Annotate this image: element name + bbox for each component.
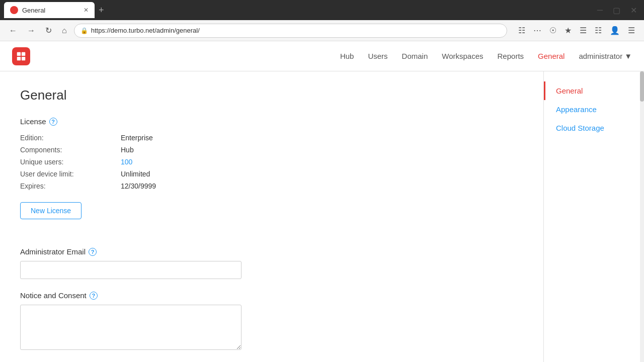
more-options-icon[interactable]: ⋯ bbox=[530, 24, 544, 37]
main-nav: Hub Users Domain Workspaces Reports Gene… bbox=[340, 52, 632, 60]
license-table: Edition: Enterprise Components: Hub Uniq… bbox=[20, 134, 523, 190]
license-row-expires: Expires: 12/30/9999 bbox=[20, 182, 523, 190]
refresh-button[interactable]: ↻ bbox=[42, 24, 55, 37]
bookmarks-list-icon[interactable]: ☰ bbox=[577, 24, 590, 37]
minimize-button[interactable]: ─ bbox=[594, 4, 606, 17]
settings-sidebar: General Appearance Cloud Storage bbox=[543, 71, 644, 362]
tab-title: General bbox=[22, 7, 45, 14]
close-window-button[interactable]: ✕ bbox=[627, 4, 640, 17]
shield-icon[interactable]: ☉ bbox=[546, 24, 559, 37]
browser-toolbar-icons: ☷ ⋯ ☉ ★ ☰ ☷ 👤 ☰ bbox=[515, 24, 638, 37]
license-row-unique-users: Unique users: 100 bbox=[20, 158, 523, 166]
svg-rect-3 bbox=[22, 56, 25, 60]
license-row-device-limit: User device limit: Unlimited bbox=[20, 170, 523, 178]
license-section-label: License ? bbox=[20, 117, 523, 126]
svg-rect-1 bbox=[22, 52, 25, 55]
browser-tab: General ✕ bbox=[4, 2, 95, 18]
main-content: General License ? Edition: Enterprise Co… bbox=[0, 71, 543, 362]
admin-email-input[interactable] bbox=[20, 261, 242, 279]
browser-menu-icon[interactable]: ☰ bbox=[625, 24, 638, 37]
address-text: https://demo.turbo.net/admin/general/ bbox=[91, 27, 200, 34]
notice-section: Notice and Consent ? bbox=[20, 291, 523, 351]
svg-rect-2 bbox=[17, 56, 21, 60]
tab-close-button[interactable]: ✕ bbox=[84, 7, 89, 14]
main-layout: General License ? Edition: Enterprise Co… bbox=[0, 71, 644, 362]
app-header: Hub Users Domain Workspaces Reports Gene… bbox=[0, 41, 644, 71]
license-row-edition: Edition: Enterprise bbox=[20, 134, 523, 142]
sidebar-item-general[interactable]: General bbox=[544, 81, 644, 100]
reader-view-icon[interactable]: ☷ bbox=[515, 24, 528, 37]
lock-icon: 🔒 bbox=[80, 27, 88, 34]
tab-favicon bbox=[10, 6, 18, 14]
nav-hub[interactable]: Hub bbox=[340, 52, 354, 60]
sidebar-item-appearance[interactable]: Appearance bbox=[544, 100, 644, 119]
license-help-icon[interactable]: ? bbox=[49, 118, 57, 126]
maximize-button[interactable]: ▢ bbox=[610, 4, 623, 17]
scrollbar-track[interactable] bbox=[640, 71, 644, 362]
license-row-components: Components: Hub bbox=[20, 146, 523, 154]
nav-users[interactable]: Users bbox=[368, 52, 387, 60]
bookmark-icon[interactable]: ★ bbox=[561, 24, 575, 37]
page-title: General bbox=[20, 87, 523, 103]
address-input-bar[interactable]: 🔒 https://demo.turbo.net/admin/general/ bbox=[74, 24, 507, 38]
logo-icon bbox=[16, 51, 27, 62]
split-view-icon[interactable]: ☷ bbox=[592, 24, 605, 37]
nav-reports[interactable]: Reports bbox=[498, 52, 524, 60]
app-logo[interactable] bbox=[12, 47, 30, 65]
new-license-button[interactable]: New License bbox=[20, 202, 82, 219]
forward-button[interactable]: → bbox=[24, 24, 38, 37]
back-button[interactable]: ← bbox=[6, 24, 20, 37]
nav-domain[interactable]: Domain bbox=[402, 52, 428, 60]
notice-label: Notice and Consent ? bbox=[20, 291, 523, 300]
notice-help-icon[interactable]: ? bbox=[90, 292, 98, 300]
home-button[interactable]: ⌂ bbox=[59, 24, 70, 37]
address-bar: ← → ↻ ⌂ 🔒 https://demo.turbo.net/admin/g… bbox=[0, 20, 644, 41]
admin-email-section: Administrator Email ? bbox=[20, 247, 523, 279]
nav-workspaces[interactable]: Workspaces bbox=[442, 52, 483, 60]
notice-textarea[interactable] bbox=[20, 305, 242, 350]
svg-rect-0 bbox=[17, 52, 21, 55]
new-tab-button[interactable]: + bbox=[99, 5, 104, 16]
nav-administrator[interactable]: administrator ▼ bbox=[579, 52, 632, 60]
profile-icon[interactable]: 👤 bbox=[607, 24, 623, 37]
admin-email-help-icon[interactable]: ? bbox=[89, 248, 97, 256]
sidebar-item-cloud-storage[interactable]: Cloud Storage bbox=[544, 119, 644, 137]
browser-chrome: General ✕ + ─ ▢ ✕ bbox=[0, 0, 644, 20]
nav-general[interactable]: General bbox=[538, 52, 565, 60]
scrollbar-thumb[interactable] bbox=[640, 71, 644, 102]
admin-email-label: Administrator Email ? bbox=[20, 247, 523, 256]
chevron-down-icon: ▼ bbox=[624, 52, 632, 60]
license-section: License ? Edition: Enterprise Components… bbox=[20, 117, 523, 235]
